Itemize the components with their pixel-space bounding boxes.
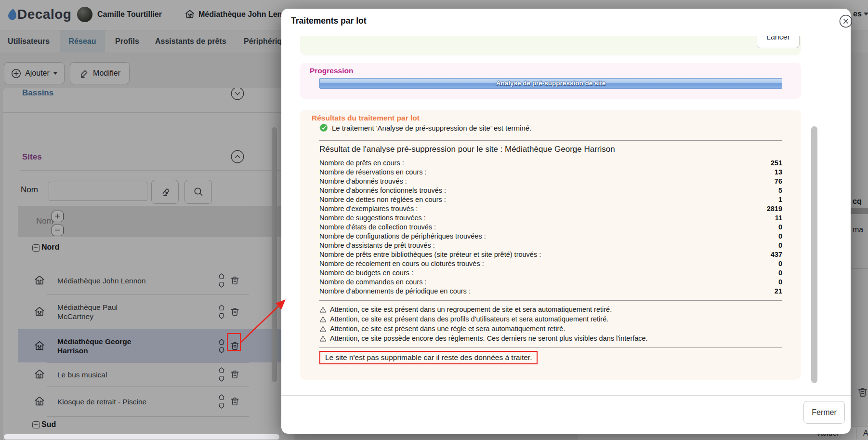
results-divider bbox=[319, 140, 782, 141]
stat-row: Nombre d'assistants de prêt trouvés :0 bbox=[319, 241, 782, 250]
warning-row: Attention, ce site est présent dans une … bbox=[319, 324, 782, 333]
stat-row: Nombre de configurations de périphérique… bbox=[319, 232, 782, 241]
stat-label: Nombre d'exemplaires trouvés : bbox=[319, 204, 418, 213]
stat-row: Nombre de dettes non réglées en cours :1 bbox=[319, 195, 782, 204]
stat-value: 0 bbox=[778, 278, 782, 287]
results-divider bbox=[319, 347, 782, 348]
stat-row: Nombre de prêts entre bibliothèques (sit… bbox=[319, 250, 782, 259]
stat-row: Nombre d'abonnés fonctionnels trouvés :5 bbox=[319, 186, 782, 195]
stat-label: Nombre de suggestions trouvées : bbox=[319, 213, 426, 223]
stat-value: 0 bbox=[778, 241, 782, 250]
close-dialog-button-label: Fermer bbox=[812, 408, 837, 417]
stat-label: Nombre d'abonnements de périodique en co… bbox=[319, 287, 471, 296]
success-check-icon bbox=[319, 123, 328, 132]
stat-value: 0 bbox=[778, 268, 782, 278]
stat-value: 76 bbox=[775, 177, 782, 186]
stat-label: Nombre d'assistants de prêt trouvés : bbox=[319, 241, 435, 250]
stat-row: Nombre d'exemplaires trouvés :2819 bbox=[319, 204, 782, 213]
dialog-body: Lancer Progression Analyse de pré-suppre… bbox=[281, 36, 851, 395]
stat-label: Nombre de configurations de périphérique… bbox=[319, 232, 486, 241]
stat-row: Nombre de récolement en cours ou cloturé… bbox=[319, 259, 782, 268]
warning-icon bbox=[319, 325, 327, 333]
results-divider bbox=[319, 300, 782, 301]
stat-value: 2819 bbox=[767, 204, 782, 213]
stat-label: Nombre de prêts en cours : bbox=[319, 159, 404, 168]
stat-value: 437 bbox=[771, 250, 782, 259]
stat-value: 5 bbox=[778, 186, 782, 195]
application-window: Decalog Camille Tourtillier Médiathèque … bbox=[0, 0, 868, 440]
warning-text: Attention, ce site possède encore des rè… bbox=[330, 333, 648, 343]
stat-label: Nombre de réservations en cours : bbox=[319, 168, 426, 177]
stat-label: Nombre d'états de collection trouvés : bbox=[319, 223, 436, 232]
progress-bar: Analyse de pré-suppression de site bbox=[319, 78, 782, 89]
stat-row: Nombre d'états de collection trouvés :0 bbox=[319, 223, 782, 232]
stat-row: Nombre d'abonnés trouvés :76 bbox=[319, 177, 782, 186]
stat-label: Nombre de récolement en cours ou cloturé… bbox=[319, 259, 484, 268]
stat-label: Nombre d'abonnés trouvés : bbox=[319, 177, 407, 186]
stat-value: 13 bbox=[775, 168, 782, 177]
warning-icon bbox=[319, 335, 327, 342]
dialog-footer-divider bbox=[281, 395, 851, 396]
warning-text: Attention, ce site est présent dans un r… bbox=[330, 305, 612, 314]
warnings-list: Attention, ce site est présent dans un r… bbox=[319, 305, 782, 343]
blocker-message: Le site n'est pas supprimable car il res… bbox=[319, 351, 538, 364]
stat-value: 0 bbox=[778, 259, 782, 268]
stat-row: Nombre de prêts en cours :251 bbox=[319, 159, 782, 168]
annotation-arrow bbox=[225, 293, 293, 351]
stat-label: Nombre de dettes non réglées en cours : bbox=[319, 195, 446, 204]
stat-row: Nombre d'abonnements de périodique en co… bbox=[319, 287, 782, 296]
batch-processing-dialog: Traitements par lot Lancer Progression A… bbox=[281, 9, 851, 434]
stat-label: Nombre de commandes en cours : bbox=[319, 278, 426, 287]
close-icon[interactable] bbox=[839, 14, 853, 28]
warning-row: Attention, ce site est présent dans un r… bbox=[319, 305, 782, 314]
stat-value: 1 bbox=[778, 195, 782, 204]
stat-row: Nombre de commandes en cours :0 bbox=[319, 278, 782, 287]
dialog-header-divider bbox=[281, 33, 851, 33]
close-dialog-button[interactable]: Fermer bbox=[803, 401, 845, 424]
stat-row: Nombre de budgets en cours :0 bbox=[319, 268, 782, 278]
launch-button-label: Lancer bbox=[766, 36, 790, 41]
stat-value: 11 bbox=[775, 213, 782, 223]
warning-text: Attention, ce site est présent dans une … bbox=[330, 324, 565, 333]
results-section-title: Résultats du traitement par lot bbox=[312, 114, 420, 122]
progress-panel: Progression Analyse de pré-suppression d… bbox=[300, 63, 801, 99]
horizontal-scrollbar[interactable] bbox=[4, 434, 279, 440]
stat-label: Nombre de prêts entre bibliothèques (sit… bbox=[319, 250, 541, 259]
warning-icon bbox=[319, 306, 327, 313]
stat-label: Nombre de budgets en cours : bbox=[319, 268, 413, 278]
stat-row: Nombre de suggestions trouvées :11 bbox=[319, 213, 782, 223]
warning-row: Attention, ce site possède encore des rè… bbox=[319, 333, 782, 343]
analysis-stats-list: Nombre de prêts en cours :251 Nombre de … bbox=[319, 159, 782, 296]
warning-icon bbox=[319, 316, 327, 323]
progress-section-title: Progression bbox=[310, 67, 353, 75]
stat-value: 0 bbox=[778, 232, 782, 241]
status-row: Le traitement 'Analyse de pré-suppressio… bbox=[319, 123, 531, 132]
stat-row: Nombre de réservations en cours :13 bbox=[319, 168, 782, 177]
progress-bar-label: Analyse de pré-suppression de site bbox=[320, 79, 782, 88]
status-message: Le traitement 'Analyse de pré-suppressio… bbox=[332, 124, 531, 132]
warning-text: Attention, ce site est présent dans des … bbox=[330, 314, 608, 324]
dialog-title: Traitements par lot bbox=[291, 16, 367, 26]
launch-button[interactable]: Lancer bbox=[757, 36, 800, 48]
stat-value: 251 bbox=[771, 159, 782, 168]
warning-row: Attention, ce site est présent dans des … bbox=[319, 314, 782, 324]
results-panel: Résultats du traitement par lot Le trait… bbox=[300, 110, 801, 380]
stat-value: 0 bbox=[778, 223, 782, 232]
stat-label: Nombre d'abonnés fonctionnels trouvés : bbox=[319, 186, 446, 195]
stat-value: 21 bbox=[775, 287, 782, 296]
analysis-heading: Résultat de l'analyse pré-suppression po… bbox=[319, 145, 615, 154]
launch-panel: Lancer bbox=[300, 36, 801, 55]
dialog-scrollbar[interactable] bbox=[811, 126, 817, 383]
